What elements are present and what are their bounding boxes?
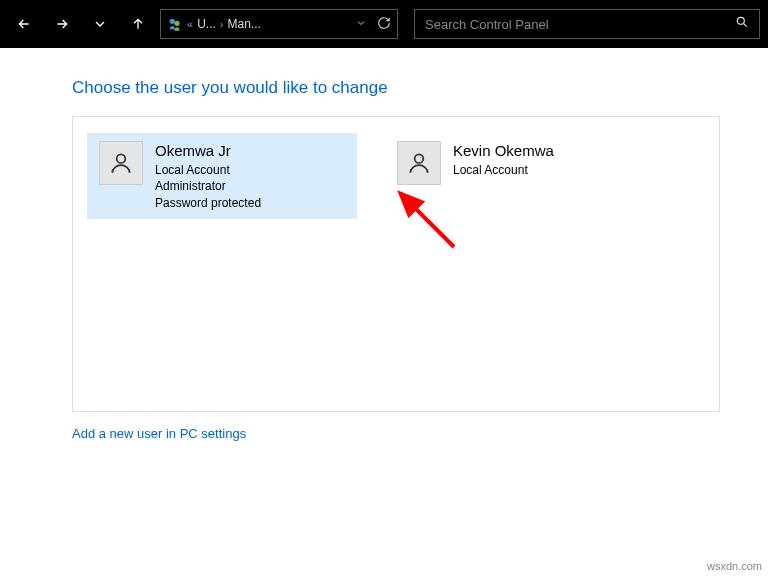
breadcrumb-dropdown-icon[interactable] (355, 17, 367, 32)
user-name: Okemwa Jr (155, 141, 261, 161)
page-title: Choose the user you would like to change (72, 78, 720, 98)
user-line: Password protected (155, 195, 261, 211)
user-info: Kevin Okemwa Local Account (453, 141, 554, 178)
breadcrumb-separator: › (220, 18, 224, 30)
search-input[interactable] (425, 17, 735, 32)
search-box[interactable] (414, 9, 760, 39)
address-bar[interactable]: « U... › Man... (160, 9, 398, 39)
user-info: Okemwa Jr Local Account Administrator Pa… (155, 141, 261, 211)
content-area: Choose the user you would like to change… (0, 48, 768, 441)
breadcrumb-seg-2[interactable]: Man... (227, 17, 260, 31)
avatar (397, 141, 441, 185)
back-button[interactable] (8, 8, 40, 40)
svg-point-0 (170, 19, 175, 24)
svg-point-4 (415, 154, 424, 163)
breadcrumb-overflow: « (187, 18, 193, 30)
user-line: Local Account (155, 162, 261, 178)
search-icon[interactable] (735, 15, 749, 33)
user-card-okemwa-jr[interactable]: Okemwa Jr Local Account Administrator Pa… (87, 133, 357, 219)
user-card-kevin-okemwa[interactable]: Kevin Okemwa Local Account (385, 133, 655, 193)
user-line: Local Account (453, 162, 554, 178)
users-panel: Okemwa Jr Local Account Administrator Pa… (72, 116, 720, 412)
recent-locations-button[interactable] (84, 8, 116, 40)
up-button[interactable] (122, 8, 154, 40)
forward-button[interactable] (46, 8, 78, 40)
svg-point-2 (737, 17, 744, 24)
avatar (99, 141, 143, 185)
titlebar: « U... › Man... (0, 0, 768, 48)
user-accounts-icon (167, 16, 183, 32)
user-line: Administrator (155, 178, 261, 194)
breadcrumb-seg-1[interactable]: U... (197, 17, 216, 31)
watermark: wsxdn.com (707, 560, 762, 572)
add-new-user-link[interactable]: Add a new user in PC settings (72, 426, 720, 441)
user-name: Kevin Okemwa (453, 141, 554, 161)
refresh-button[interactable] (377, 16, 391, 33)
svg-point-3 (117, 154, 126, 163)
svg-point-1 (174, 21, 179, 26)
